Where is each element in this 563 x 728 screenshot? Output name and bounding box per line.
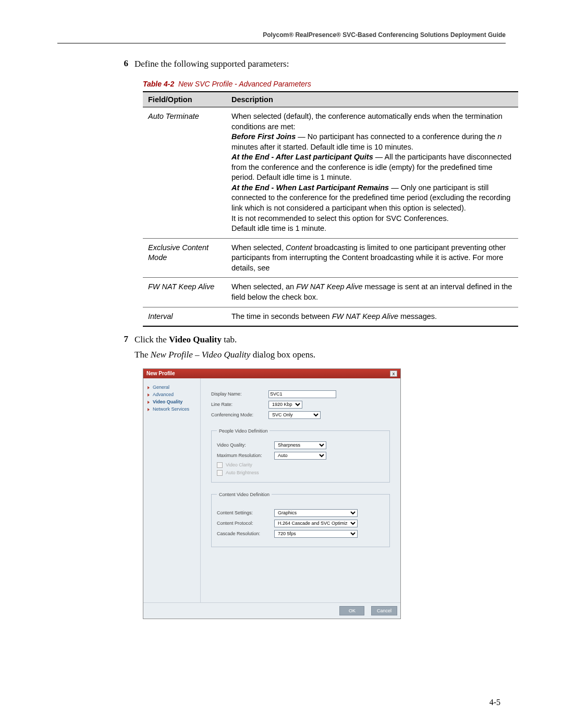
content-video-definition-legend: Content Video Definition: [217, 492, 272, 497]
video-quality-label: Video Quality:: [217, 442, 274, 448]
dialog-title: New Profile: [146, 371, 175, 376]
auto-brightness-label: Auto Brightness: [226, 470, 259, 475]
new-profile-dialog: New Profile x General Advanced Video Qua…: [143, 368, 401, 619]
desc-interval: The time in seconds between FW NAT Keep …: [226, 307, 518, 326]
table-caption: Table 4-2 New SVC Profile - Advanced Par…: [143, 80, 506, 88]
sidebar-item-video-quality[interactable]: Video Quality: [146, 398, 197, 405]
ok-button[interactable]: OK: [339, 606, 364, 615]
maximum-resolution-select[interactable]: Auto: [274, 452, 326, 460]
desc-fw-nat-keep-alive: When selected, an FW NAT Keep Alive mess…: [226, 278, 518, 307]
video-clarity-label: Video Clarity: [226, 462, 252, 467]
table-row: FW NAT Keep Alive When selected, an FW N…: [143, 278, 518, 307]
auto-brightness-checkbox[interactable]: [217, 470, 223, 476]
step-6-text: Define the following supported parameter…: [134, 58, 289, 70]
th-description: Description: [226, 92, 518, 107]
line-rate-label: Line Rate:: [211, 402, 268, 407]
parameters-table: Field/Option Description Auto Terminate …: [143, 91, 518, 327]
cancel-button[interactable]: Cancel: [371, 606, 397, 615]
desc-auto-terminate: When selected (default), the conference …: [226, 107, 518, 238]
field-interval: Interval: [143, 307, 226, 326]
cascade-resolution-select[interactable]: 720 5fps: [274, 530, 358, 538]
content-settings-select[interactable]: Graphics: [274, 509, 358, 517]
sidebar-item-general[interactable]: General: [146, 384, 197, 391]
maximum-resolution-label: Maximum Resolution:: [217, 453, 274, 458]
people-video-definition-group: People Video Definition Video Quality: S…: [211, 428, 390, 483]
conferencing-mode-label: Conferencing Mode:: [211, 412, 268, 417]
people-video-definition-legend: People Video Definition: [217, 428, 270, 434]
table-row: Exclusive Content Mode When selected, Co…: [143, 238, 518, 278]
step-7: 7 Click the Video Quality tab.: [120, 334, 506, 346]
field-exclusive-content-mode: Exclusive Content Mode: [143, 238, 226, 278]
step-7-number: 7: [120, 334, 134, 346]
table-row: Auto Terminate When selected (default), …: [143, 107, 518, 238]
field-auto-terminate: Auto Terminate: [143, 107, 226, 238]
table-caption-text: New SVC Profile - Advanced Parameters: [178, 80, 311, 88]
header-rule: [57, 43, 506, 44]
dialog-footer: OK Cancel: [143, 602, 400, 619]
content-protocol-select[interactable]: H.264 Cascade and SVC Optimized: [274, 520, 358, 527]
table-caption-label: Table 4-2: [143, 80, 174, 88]
display-name-input[interactable]: [268, 390, 336, 398]
field-fw-nat-keep-alive: FW NAT Keep Alive: [143, 278, 226, 307]
page: Polycom® RealPresence® SVC-Based Confere…: [0, 0, 563, 728]
th-field: Field/Option: [143, 92, 226, 107]
line-rate-select[interactable]: 1920 Kbps: [268, 401, 302, 409]
desc-exclusive-content-mode: When selected, Content broadcasting is l…: [226, 238, 518, 278]
dialog-main: Display Name: Line Rate: 1920 Kbps Confe…: [201, 378, 400, 602]
video-clarity-checkbox[interactable]: [217, 462, 223, 468]
sidebar-item-network-services[interactable]: Network Services: [146, 405, 197, 413]
dialog-sidebar: General Advanced Video Quality Network S…: [143, 378, 201, 602]
close-icon[interactable]: x: [390, 371, 397, 377]
conferencing-mode-select[interactable]: SVC Only: [268, 411, 321, 419]
step-6: 6 Define the following supported paramet…: [120, 58, 506, 70]
sidebar-item-advanced[interactable]: Advanced: [146, 391, 197, 398]
step-6-number: 6: [120, 58, 134, 70]
page-number: 4-5: [489, 698, 500, 707]
content-protocol-label: Content Protocol:: [217, 521, 274, 526]
step-7-sub-text: The New Profile – Video Quality dialog b…: [134, 349, 315, 361]
video-quality-select[interactable]: Sharpness: [274, 441, 326, 449]
content-settings-label: Content Settings:: [217, 510, 274, 515]
cascade-resolution-label: Cascade Resolution:: [217, 531, 274, 536]
running-head: Polycom® RealPresence® SVC-Based Confere…: [57, 31, 506, 39]
content-video-definition-group: Content Video Definition Content Setting…: [211, 492, 390, 547]
display-name-label: Display Name:: [211, 391, 268, 397]
dialog-titlebar: New Profile x: [143, 369, 400, 378]
step-7-sub: The New Profile – Video Quality dialog b…: [120, 349, 506, 361]
step-7-text: Click the Video Quality tab.: [134, 334, 237, 346]
table-row: Interval The time in seconds between FW …: [143, 307, 518, 326]
dialog-body: General Advanced Video Quality Network S…: [143, 378, 400, 602]
